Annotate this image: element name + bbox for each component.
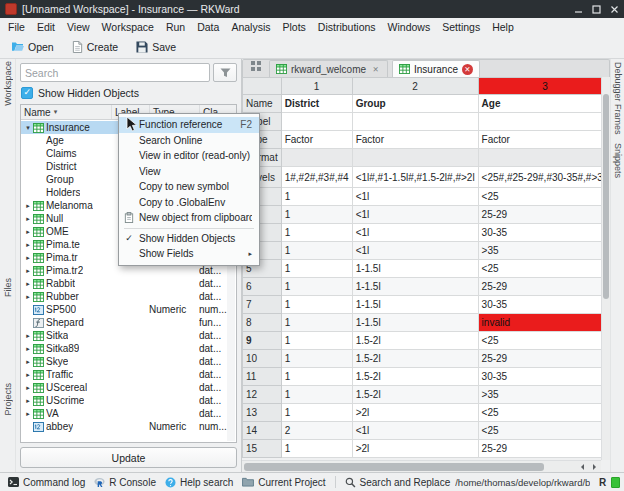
data-cell[interactable]: >2l [352, 404, 478, 422]
context-menu-item-copy-to-globalenv[interactable]: Copy to .GlobalEnv [119, 195, 259, 211]
meta-cell[interactable]: Factor [281, 131, 352, 149]
data-cell[interactable]: 30-35 [478, 368, 610, 386]
dock-tab-workspace[interactable]: Workspace [3, 61, 13, 106]
row-header-10[interactable]: 10 [243, 350, 282, 368]
data-cell[interactable]: 25-29 [478, 350, 610, 368]
row-header-15[interactable]: 15 [243, 440, 282, 458]
tree-item-pima-tr2[interactable]: ▸Pima.tr2dat... [21, 264, 236, 277]
data-cell[interactable]: 1 [281, 404, 352, 422]
r-engine-status-indicator[interactable] [611, 477, 620, 488]
meta-cell[interactable]: Group [352, 95, 478, 113]
menu-distributions[interactable]: Distributions [312, 20, 382, 34]
expand-arrow-icon[interactable]: ▸ [23, 254, 33, 262]
data-cell[interactable]: 1 [281, 350, 352, 368]
data-cell[interactable]: <25 [478, 404, 610, 422]
data-cell[interactable]: 25-29 [478, 278, 610, 296]
expand-arrow-icon[interactable]: ▸ [23, 228, 33, 236]
search-input[interactable] [20, 63, 210, 82]
expand-arrow-icon[interactable]: ▸ [23, 241, 33, 249]
tree-item-skye[interactable]: ▸Skyedat... [21, 355, 236, 368]
row-header-7[interactable]: 7 [243, 296, 282, 314]
dock-tab-debugger-frames[interactable]: Debugger Frames [613, 62, 623, 135]
menu-analysis[interactable]: Analysis [225, 20, 276, 34]
tree-item-rubber[interactable]: ▸Rubberdat... [21, 290, 236, 303]
toolbar-save-button[interactable]: Save [129, 39, 183, 55]
context-menu-item-new-object-from-clipboard[interactable]: New object from clipboard [119, 210, 259, 226]
data-cell[interactable]: 1 [281, 224, 352, 242]
expand-arrow-icon[interactable]: ▸ [23, 410, 33, 418]
expand-arrow-icon[interactable]: ▸ [23, 345, 33, 353]
statusbar-r-console-button[interactable]: R Console [90, 476, 160, 489]
data-cell[interactable]: 1 [281, 278, 352, 296]
maximize-button[interactable] [592, 5, 601, 14]
data-cell[interactable]: <1l [352, 242, 478, 260]
data-cell[interactable]: 25-29 [478, 206, 610, 224]
meta-cell[interactable] [352, 149, 478, 167]
menu-settings[interactable]: Settings [436, 20, 486, 34]
data-cell[interactable]: <25 [478, 332, 610, 350]
context-menu-item-function-reference[interactable]: Function referenceF2 [119, 117, 259, 133]
data-cell[interactable]: 25-29 [478, 440, 610, 458]
tree-item-va[interactable]: ▸VAdat... [21, 407, 236, 420]
tree-item-sitka[interactable]: ▸Sitkadat... [21, 329, 236, 342]
scroll-left-icon[interactable] [577, 462, 587, 472]
scroll-right-icon[interactable] [589, 462, 599, 472]
data-cell[interactable]: 1 [281, 242, 352, 260]
data-cell[interactable]: 1-1.5l [352, 314, 478, 332]
show-hidden-checkbox[interactable] [21, 87, 33, 99]
expand-arrow-icon[interactable]: ▸ [23, 280, 33, 288]
filter-options-button[interactable] [213, 63, 237, 82]
expand-arrow-icon[interactable]: ▸ [23, 358, 33, 366]
data-cell[interactable]: <1l [352, 422, 478, 440]
tree-column-header-name[interactable]: Name▾ [21, 105, 112, 119]
close-button[interactable] [610, 5, 619, 14]
data-cell[interactable]: 1.5-2l [352, 350, 478, 368]
menu-view[interactable]: View [61, 20, 96, 34]
data-cell[interactable]: 1 [281, 332, 352, 350]
meta-cell[interactable]: District [281, 95, 352, 113]
context-menu-item-show-hidden-objects[interactable]: ✓Show Hidden Objects [119, 231, 259, 247]
table-horizontal-scrollbar[interactable] [242, 460, 601, 472]
tree-item-traffic[interactable]: ▸Trafficdat... [21, 368, 236, 381]
expand-arrow-icon[interactable]: ▸ [23, 293, 33, 301]
dock-tab-files[interactable]: Files [3, 278, 13, 297]
show-hidden-objects-option[interactable]: Show Hidden Objects [20, 86, 237, 100]
meta-cell[interactable] [281, 113, 352, 131]
tab-rkward-welcome[interactable]: rkward_welcome✕ [269, 60, 388, 78]
window-grid-icon[interactable] [251, 61, 261, 73]
context-menu-item-view-in-editor-read-only[interactable]: View in editor (read-only) [119, 148, 259, 164]
data-cell[interactable]: 1 [281, 296, 352, 314]
toolbar-open-button[interactable]: Open [4, 39, 61, 55]
meta-cell[interactable]: Age [478, 95, 610, 113]
row-header-12[interactable]: 12 [243, 386, 282, 404]
data-cell[interactable]: 1 [281, 440, 352, 458]
statusbar-command-log-button[interactable]: Command log [4, 476, 89, 489]
meta-cell[interactable] [478, 149, 610, 167]
data-cell[interactable]: 1-1.5l [352, 260, 478, 278]
data-cell[interactable]: 1 [281, 188, 352, 206]
tab-close-icon[interactable]: ✕ [370, 64, 381, 75]
tree-item-sp500[interactable]: SP500Numericnum... [21, 303, 236, 316]
data-cell[interactable]: <25 [478, 188, 610, 206]
row-header-6[interactable]: 6 [243, 278, 282, 296]
table-vscroll-thumb[interactable] [603, 94, 609, 299]
data-cell[interactable]: 1-1.5l [352, 278, 478, 296]
menu-run[interactable]: Run [160, 20, 191, 34]
meta-cell[interactable]: <1l#,#1-1.5l#,#1.5-2l#,#>2l [352, 167, 478, 188]
data-cell[interactable]: <25 [478, 260, 610, 278]
statusbar-search-and-replace-button[interactable]: Search and Replace [341, 476, 455, 489]
data-cell[interactable]: <1l [352, 224, 478, 242]
expand-arrow-icon[interactable]: ▸ [23, 215, 33, 223]
tree-item-shepard[interactable]: Shepardfun... [21, 316, 236, 329]
data-cell[interactable]: 1 [281, 386, 352, 404]
expand-arrow-icon[interactable]: ▸ [23, 384, 33, 392]
tree-item-rabbit[interactable]: ▸Rabbitdat... [21, 277, 236, 290]
dock-tab-snippets[interactable]: Snippets [613, 143, 623, 178]
menu-workspace[interactable]: Workspace [96, 20, 160, 34]
row-header-13[interactable]: 13 [243, 404, 282, 422]
dock-tab-projects[interactable]: Projects [3, 383, 13, 416]
row-header-8[interactable]: 8 [243, 314, 282, 332]
tree-item-uscrime[interactable]: ▸UScrimedat... [21, 394, 236, 407]
update-button[interactable]: Update [20, 447, 237, 468]
menu-edit[interactable]: Edit [31, 20, 61, 34]
